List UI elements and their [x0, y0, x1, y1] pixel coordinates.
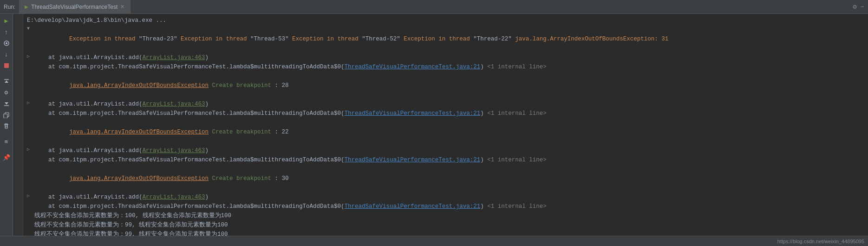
- console-line: java.lang.ArrayIndexOutOfBoundsException…: [27, 165, 864, 193]
- expand-icon[interactable]: ▷: [27, 193, 33, 200]
- menu-button[interactable]: ≡: [1, 137, 12, 147]
- tab-name: ThreadSafeVisualPerformanceTest: [31, 4, 117, 10]
- stop-button[interactable]: [1, 60, 12, 71]
- stack-line: at com.itpm.project.ThreadSafeVisualPerf…: [34, 62, 864, 72]
- stack-line: at com.itpm.project.ThreadSafeVisualPerf…: [34, 202, 864, 211]
- status-bar-text: https://blog.csdn.net/weixin_44895095: [777, 239, 864, 244]
- console-output[interactable]: E:\develop\Java\jdk_1.8\bin\java.exe ...…: [23, 14, 868, 236]
- stack-line: at java.util.ArrayList.add(ArrayList.jav…: [34, 146, 864, 155]
- stack-line: at java.util.ArrayList.add(ArrayList.jav…: [34, 100, 864, 109]
- stack-line: at com.itpm.project.ThreadSafeVisualPerf…: [34, 155, 864, 165]
- exception-header-line: Exception in thread "Thread-23" Exceptio…: [34, 25, 864, 53]
- output-line: 线程不安全集合添加元素数量为：99, 线程安全集合添加元素数量为100: [34, 220, 864, 230]
- title-bar: Run: ▶ ThreadSafeVisualPerformanceTest ✕…: [0, 0, 868, 14]
- minimize-icon[interactable]: −: [861, 3, 864, 11]
- console-line: java.lang.ArrayIndexOutOfBoundsException…: [27, 72, 864, 100]
- output-line: 线程不安全集合添加元素数量为：99, 线程安全集合添加元素数量为100: [34, 230, 864, 236]
- delete-button[interactable]: [1, 121, 12, 131]
- rerun-button[interactable]: [1, 38, 12, 48]
- run-tab[interactable]: ▶ ThreadSafeVisualPerformanceTest ✕: [19, 0, 131, 13]
- copy-button[interactable]: [1, 110, 12, 120]
- exception-name-line: java.lang.ArrayIndexOutOfBoundsException…: [34, 118, 864, 146]
- content-area: E:\develop\Java\jdk_1.8\bin\java.exe ...…: [13, 14, 868, 236]
- expand-icon[interactable]: ▷: [27, 100, 33, 107]
- expand-icon[interactable]: ▷: [27, 53, 33, 60]
- scroll-to-bottom-button[interactable]: [1, 99, 12, 109]
- console-line: java.lang.ArrayIndexOutOfBoundsException…: [27, 118, 864, 146]
- tab-run-icon: ▶: [25, 4, 28, 9]
- console-line: ▷ at java.util.ArrayList.add(ArrayList.j…: [27, 193, 864, 202]
- expand-icon[interactable]: ▷: [27, 146, 33, 153]
- expand-icon: [27, 230, 33, 236]
- tab-close-icon[interactable]: ✕: [120, 4, 124, 10]
- console-line: 线程不安全集合添加元素数量为：100, 线程安全集合添加元素数量为100: [27, 211, 864, 220]
- pin-button[interactable]: 📌: [1, 153, 12, 163]
- expand-icon: [27, 62, 33, 70]
- console-line: at com.itpm.project.ThreadSafeVisualPerf…: [27, 109, 864, 118]
- output-line: 线程不安全集合添加元素数量为：100, 线程安全集合添加元素数量为100: [34, 211, 864, 220]
- console-line: E:\develop\Java\jdk_1.8\bin\java.exe ...: [27, 16, 864, 25]
- scroll-down-button[interactable]: ↓: [1, 49, 12, 60]
- console-line: ▷ at java.util.ArrayList.add(ArrayList.j…: [27, 53, 864, 62]
- console-line: ▼ Exception in thread "Thread-23" Except…: [27, 25, 864, 53]
- gear-button[interactable]: ⚙: [1, 87, 12, 98]
- console-line: ▷ at java.util.ArrayList.add(ArrayList.j…: [27, 100, 864, 109]
- exception-name-line: java.lang.ArrayIndexOutOfBoundsException…: [34, 72, 864, 100]
- exception-name-line: java.lang.ArrayIndexOutOfBoundsException…: [34, 165, 864, 193]
- stack-line: at java.util.ArrayList.add(ArrayList.jav…: [34, 193, 864, 202]
- console-line: 线程不安全集合添加元素数量为：99, 线程安全集合添加元素数量为100: [27, 220, 864, 230]
- console-line: at com.itpm.project.ThreadSafeVisualPerf…: [27, 62, 864, 72]
- expand-icon: [27, 211, 33, 219]
- run-label: Run:: [0, 4, 19, 10]
- stack-line: at java.util.ArrayList.add(ArrayList.jav…: [34, 53, 864, 62]
- expand-icon: [27, 202, 33, 209]
- svg-rect-2: [4, 63, 9, 68]
- expand-icon: [27, 118, 33, 126]
- expand-icon: [27, 72, 33, 79]
- svg-point-1: [6, 42, 7, 44]
- expand-icon[interactable]: ▼: [27, 25, 33, 33]
- console-line: 线程不安全集合添加元素数量为：99, 线程安全集合添加元素数量为100: [27, 230, 864, 236]
- scroll-to-top-button[interactable]: [1, 76, 12, 86]
- scroll-up-button[interactable]: ↑: [1, 27, 12, 37]
- settings-icon[interactable]: ⚙: [853, 3, 856, 11]
- main-layout: ▶ ↑ ↓ ⚙: [0, 14, 868, 236]
- expand-icon: [27, 155, 33, 163]
- stack-line: at com.itpm.project.ThreadSafeVisualPerf…: [34, 109, 864, 118]
- svg-rect-6: [4, 114, 7, 118]
- run-button[interactable]: ▶: [1, 16, 12, 26]
- left-toolbar: ▶ ↑ ↓ ⚙: [0, 14, 13, 236]
- expand-icon: [27, 165, 33, 172]
- status-bar: https://blog.csdn.net/weixin_44895095: [0, 236, 868, 246]
- console-line: ▷ at java.util.ArrayList.add(ArrayList.j…: [27, 146, 864, 155]
- console-line: at com.itpm.project.ThreadSafeVisualPerf…: [27, 155, 864, 165]
- title-bar-actions: ⚙ −: [853, 3, 868, 11]
- expand-icon: [27, 220, 33, 228]
- console-line: at com.itpm.project.ThreadSafeVisualPerf…: [27, 202, 864, 211]
- path-line: E:\develop\Java\jdk_1.8\bin\java.exe ...: [27, 16, 864, 25]
- expand-icon: [27, 109, 33, 116]
- side-gutter: [13, 14, 23, 236]
